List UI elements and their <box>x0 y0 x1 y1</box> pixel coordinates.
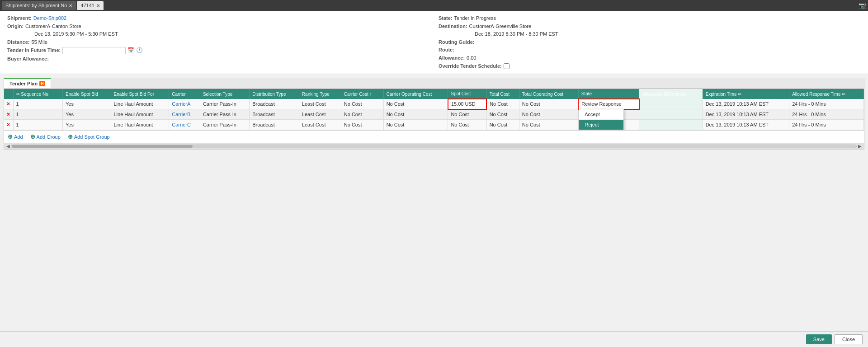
enable-spot-bid-for-cell: Line Haul Amount <box>111 99 169 109</box>
ranking-type-cell: Least Cost <box>299 99 341 109</box>
ranking-type-cell: Least Cost <box>299 120 341 130</box>
override-tender-checkbox[interactable] <box>504 63 509 69</box>
col-seq-header[interactable]: ✏ Sequence No. <box>13 89 63 99</box>
carrier-link[interactable]: CarrierA <box>172 101 190 107</box>
dropdown-item-reject[interactable]: Reject <box>579 120 623 130</box>
state-cell[interactable]: Review ResponseAcceptReject <box>578 99 639 109</box>
destination-value: CustomerA-Greenville Store <box>469 23 532 31</box>
spot-cost-cell: No Cost <box>448 109 486 120</box>
col-total-cost-header[interactable]: Total Cost <box>486 89 519 99</box>
carrier-cell[interactable]: CarrierB <box>169 109 200 120</box>
state-value: Tender in Progress <box>454 14 496 23</box>
col-allowance-diff-header[interactable]: Allowance Differences <box>639 89 703 99</box>
distance-label: Distance: <box>7 38 30 47</box>
allowed-response-time-cell: 24 Hrs - 0 Mins <box>789 99 864 109</box>
col-expiration-time-header[interactable]: Expiration Time ✏ <box>703 89 789 99</box>
add-group-label: Add Group <box>37 134 61 140</box>
col-state-header[interactable]: State <box>578 89 639 99</box>
distribution-type-cell: Broadcast <box>250 120 299 130</box>
scroll-right-arrow[interactable]: ▶ <box>857 144 863 149</box>
carrier-cell[interactable]: CarrierC <box>169 120 200 130</box>
allowance-diff-cell <box>639 99 703 109</box>
carrier-link[interactable]: CarrierB <box>172 112 190 117</box>
routing-guide-label: Routing Guide: <box>439 38 474 47</box>
add-button[interactable]: ⊕ Add <box>8 133 23 140</box>
calendar-icon[interactable]: 📅 <box>127 46 134 55</box>
scrollbar-thumb[interactable] <box>12 145 193 148</box>
delete-icon[interactable]: × <box>7 101 10 107</box>
expiration-time-cell: Dec 13, 2019 10:13 AM EST <box>703 120 789 130</box>
seq-cell: 1 <box>13 109 63 120</box>
add-spot-group-label: Add Spot Group <box>74 134 110 140</box>
origin-label: Origin: <box>7 23 24 31</box>
allowance-diff-cell <box>639 120 703 130</box>
total-operating-cost-cell: No Cost <box>519 99 578 109</box>
allowance-diff-cell <box>639 109 703 120</box>
destination-date: Dec 18, 2019 8:30 PM - 8:30 PM EST <box>475 30 558 38</box>
override-tender-label: Override Tender Schedule: <box>439 62 502 70</box>
shipment-detail-tab[interactable]: 47141 ✕ <box>77 1 104 10</box>
clock-icon[interactable]: 🕐 <box>136 46 143 55</box>
allowed-response-time-cell: 24 Hrs - 0 Mins <box>789 109 864 120</box>
horizontal-scrollbar[interactable]: ◀ ▶ <box>4 143 864 150</box>
total-cost-cell: No Cost <box>486 120 519 130</box>
selection-type-cell: Carrier Pass-In <box>200 120 249 130</box>
total-cost-cell: No Cost <box>486 109 519 120</box>
carrier-cost-cell: No Cost <box>341 120 383 130</box>
distribution-type-cell: Broadcast <box>250 109 299 120</box>
spot-cost-cell: 15.00 USD <box>448 99 486 109</box>
seq-cell: 1 <box>13 120 63 130</box>
dropdown-item-accept[interactable]: Accept <box>579 109 623 120</box>
tab-bar: Shipments: by Shipment No ✕ 47141 ✕ 📷 <box>0 0 868 11</box>
col-distribution-type-header[interactable]: Distribution Type <box>250 89 299 99</box>
tender-plan-table-container: ✏ Sequence No. Enable Spot Bid Enable Sp… <box>4 89 864 131</box>
shipment-detail-tab-label: 47141 <box>80 3 94 8</box>
delete-icon[interactable]: × <box>7 122 10 128</box>
carrier-cell[interactable]: CarrierA <box>169 99 200 109</box>
carrier-operating-cost-cell: No Cost <box>383 99 448 109</box>
destination-label: Destination: <box>439 23 467 31</box>
allowed-response-time-cell: 24 Hrs - 0 Mins <box>789 120 864 130</box>
carrier-link[interactable]: CarrierC <box>172 122 191 127</box>
delete-cell[interactable]: × <box>4 120 13 130</box>
carrier-operating-cost-cell: No Cost <box>383 120 448 130</box>
delete-cell[interactable]: × <box>4 99 13 109</box>
shipments-tab[interactable]: Shipments: by Shipment No ✕ <box>2 1 76 10</box>
table-row: ×1YesLine Haul AmountCarrierBCarrier Pas… <box>4 109 864 120</box>
table-row: ×1YesLine Haul AmountCarrierACarrier Pas… <box>4 99 864 109</box>
col-selection-type-header[interactable]: Selection Type <box>200 89 249 99</box>
camera-icon: 📷 <box>859 2 866 9</box>
enable-spot-bid-cell: Yes <box>63 120 111 130</box>
col-carrier-header[interactable]: Carrier <box>169 89 200 99</box>
scrollbar-track[interactable] <box>11 145 857 148</box>
scroll-left-arrow[interactable]: ◀ <box>5 144 11 149</box>
col-carrier-cost-header[interactable]: Carrier Cost ↑ <box>341 89 383 99</box>
add-label: Add <box>14 134 23 140</box>
col-enable-spot-bid-header[interactable]: Enable Spot Bid <box>63 89 111 99</box>
col-ranking-type-header[interactable]: Ranking Type <box>299 89 341 99</box>
tender-plan-tab[interactable]: Tender Plan H <box>4 78 51 88</box>
enable-spot-bid-cell: Yes <box>63 109 111 120</box>
expiration-time-cell: Dec 13, 2019 10:13 AM EST <box>703 99 789 109</box>
tender-future-input[interactable] <box>62 47 126 54</box>
enable-spot-bid-for-cell: Line Haul Amount <box>111 120 169 130</box>
add-group-icon: ⊕ <box>30 133 35 140</box>
add-group-button[interactable]: ⊕ Add Group <box>30 133 61 140</box>
add-spot-group-button[interactable]: ⊕ Add Spot Group <box>68 133 110 140</box>
shipments-tab-close[interactable]: ✕ <box>69 3 72 8</box>
tender-future-label: Tender In Future Time: <box>7 47 61 55</box>
shipment-link[interactable]: Demo-Ship002 <box>33 14 66 23</box>
col-spot-cost-header[interactable]: Spot Cost <box>448 89 486 99</box>
col-carrier-operating-cost-header[interactable]: Carrier Operating Cost <box>383 89 448 99</box>
col-allowed-response-time-header[interactable]: Allowed Response Time ✏ <box>789 89 864 99</box>
add-icon: ⊕ <box>8 133 13 140</box>
delete-cell[interactable]: × <box>4 109 13 120</box>
selection-type-cell: Carrier Pass-In <box>200 109 249 120</box>
col-enable-spot-bid-for-header[interactable]: Enable Spot Bid For <box>111 89 169 99</box>
add-spot-group-icon: ⊕ <box>68 133 73 140</box>
delete-icon[interactable]: × <box>7 111 10 117</box>
tender-plan-label: Tender Plan <box>9 81 38 86</box>
shipment-detail-tab-close[interactable]: ✕ <box>96 3 100 8</box>
origin-date: Dec 13, 2019 5:30 PM - 5:30 PM EST <box>34 30 118 38</box>
col-total-operating-cost-header[interactable]: Total Operating Cost <box>519 89 578 99</box>
